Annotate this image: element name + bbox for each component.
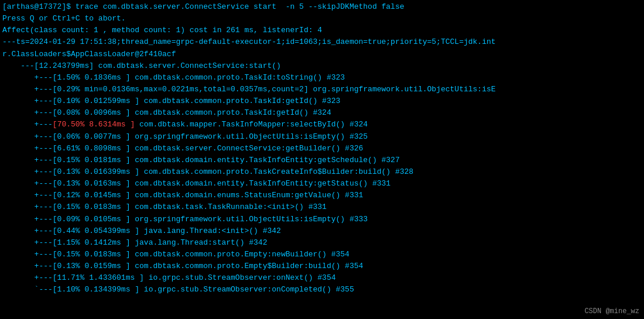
line-5-red: +---[70.50% 8.6314ms ] com.dbtask.mapper… [2, 119, 642, 131]
line-19: `---[1.10% 0.134399ms ] io.grpc.stub.Str… [2, 284, 642, 296]
line-ts: ---ts=2024-01-29 17:51:38;thread_name=gr… [2, 36, 642, 48]
text-segment: com.dbtask.mapper.TaskInfoMapper:selectB… [135, 120, 368, 129]
text-segment: +---[0.44% 0.054399ms ] java.lang.Thread… [2, 227, 281, 235]
text-segment: +---[0.08% 0.0096ms ] com.dbtask.common.… [2, 108, 331, 117]
text-segment: [arthas@17372]$ trace com.dbtask.server.… [2, 2, 405, 11]
text-segment: +---[1.15% 0.1412ms ] java.lang.Thread:s… [2, 238, 267, 247]
text-segment: +---[0.13% 0.0163ms ] com.dbtask.domain.… [2, 179, 390, 188]
text-segment: +---[0.10% 0.012599ms ] com.dbtask.commo… [2, 97, 340, 105]
watermark: CSDN @mine_wz [584, 307, 639, 315]
text-segment: +---[0.12% 0.0145ms ] com.dbtask.domain.… [2, 191, 363, 200]
text-segment: +---[0.09% 0.0105ms ] org.springframewor… [2, 215, 368, 224]
line-9: +---[0.13% 0.016399ms ] com.dbtask.commo… [2, 166, 642, 178]
line-8: +---[0.15% 0.0181ms ] com.dbtask.domain.… [2, 155, 642, 166]
line-7: +---[6.61% 0.8098ms ] com.dbtask.server.… [2, 143, 642, 155]
line-14: +---[0.44% 0.054399ms ] java.lang.Thread… [2, 225, 642, 237]
line-affect: Affect(class count: 1 , method count: 1)… [2, 25, 642, 36]
line-15: +---[1.15% 0.1412ms ] java.lang.Thread:s… [2, 237, 642, 249]
text-segment: +---[0.29% min=0.0136ms,max=0.0221ms,tot… [2, 85, 496, 94]
text-segment: +---[0.15% 0.0183ms ] com.dbtask.task.Ta… [2, 203, 327, 211]
text-segment: ---[12.243799ms] com.dbtask.server.Conne… [2, 61, 281, 70]
text-segment: +---[6.61% 0.8098ms ] com.dbtask.server.… [2, 144, 363, 153]
text-segment: +---[11.71% 1.433601ms ] io.grpc.stub.St… [2, 273, 336, 282]
text-segment: +---[0.06% 0.0077ms ] org.springframewor… [2, 132, 368, 141]
line-main: ---[12.243799ms] com.dbtask.server.Conne… [2, 60, 642, 72]
text-segment: +---[0.13% 0.0159ms ] com.dbtask.common.… [2, 262, 363, 270]
line-1: +---[1.50% 0.1836ms ] com.dbtask.common.… [2, 72, 642, 84]
text-segment: +---[0.13% 0.016399ms ] com.dbtask.commo… [2, 167, 413, 176]
line-6: +---[0.06% 0.0077ms ] org.springframewor… [2, 131, 642, 143]
text-segment: Affect(class count: 1 , method count: 1)… [2, 26, 322, 35]
text-segment: +--- [2, 120, 53, 129]
text-segment: +---[0.15% 0.0183ms ] com.dbtask.common.… [2, 250, 350, 259]
line-16: +---[0.15% 0.0183ms ] com.dbtask.common.… [2, 249, 642, 260]
line-10: +---[0.13% 0.0163ms ] com.dbtask.domain.… [2, 178, 642, 190]
line-12: +---[0.15% 0.0183ms ] com.dbtask.task.Ta… [2, 201, 642, 213]
text-segment: Press Q or Ctrl+C to abort. [2, 14, 126, 23]
line-4: +---[0.08% 0.0096ms ] com.dbtask.common.… [2, 107, 642, 119]
text-segment: +---[1.50% 0.1836ms ] com.dbtask.common.… [2, 73, 345, 82]
line-13: +---[0.09% 0.0105ms ] org.springframewor… [2, 214, 642, 225]
line-cmd: [arthas@17372]$ trace com.dbtask.server.… [2, 1, 642, 13]
line-classloader: r.ClassLoaders$AppClassLoader@2f410acf [2, 49, 642, 60]
text-segment: r.ClassLoaders$AppClassLoader@2f410acf [2, 50, 176, 59]
text-segment: +---[0.15% 0.0181ms ] com.dbtask.domain.… [2, 156, 400, 164]
line-2: +---[0.29% min=0.0136ms,max=0.0221ms,tot… [2, 84, 642, 95]
text-segment: `---[1.10% 0.134399ms ] io.grpc.stub.Str… [2, 285, 354, 294]
line-press: Press Q or Ctrl+C to abort. [2, 13, 642, 25]
line-3: +---[0.10% 0.012599ms ] com.dbtask.commo… [2, 95, 642, 107]
line-11: +---[0.12% 0.0145ms ] com.dbtask.domain.… [2, 190, 642, 201]
line-18: +---[11.71% 1.433601ms ] io.grpc.stub.St… [2, 272, 642, 284]
terminal: [arthas@17372]$ trace com.dbtask.server.… [0, 0, 644, 319]
text-segment: [70.50% 8.6314ms ] [53, 120, 135, 129]
text-segment: ---ts=2024-01-29 17:51:38;thread_name=gr… [2, 37, 496, 46]
line-17: +---[0.13% 0.0159ms ] com.dbtask.common.… [2, 260, 642, 272]
